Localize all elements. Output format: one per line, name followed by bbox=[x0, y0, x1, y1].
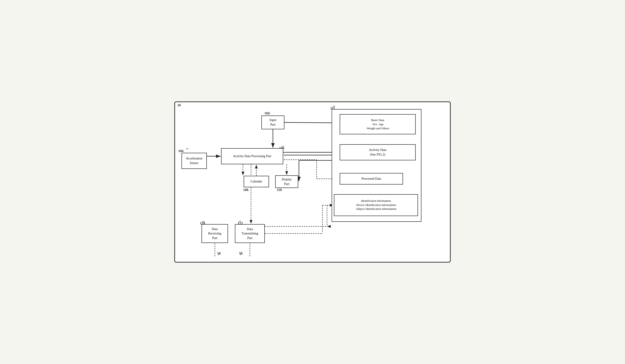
ref-14: 14 bbox=[217, 251, 221, 255]
label-display-part: DisplayPart bbox=[282, 177, 292, 186]
ref-110: 110 bbox=[277, 188, 282, 192]
label-processed-data: Processed Data bbox=[362, 176, 381, 181]
diagram-container: 10 AccelerationSensor Activity Data Proc… bbox=[174, 102, 451, 263]
box-calendar: Calendar bbox=[244, 176, 269, 187]
box-activity-data: Activity Data(See FIG.2) bbox=[340, 144, 416, 160]
box-input-part: InputPart bbox=[261, 115, 284, 129]
ref-10: 10 bbox=[177, 103, 181, 107]
box-display-part: DisplayPart bbox=[275, 175, 298, 188]
label-data-receiving: DataReceivingPart bbox=[208, 227, 221, 240]
box-activity-data-processing: Activity Data Processing Part bbox=[221, 148, 283, 164]
svg-line-4 bbox=[284, 122, 339, 123]
label-activity-data: Activity Data(See FIG.2) bbox=[369, 148, 386, 157]
label-data-transmitting: DataTransmittingPart bbox=[242, 227, 258, 240]
label-calendar: Calendar bbox=[250, 179, 262, 184]
box-basic-data: Basic Data·Sex ·Age·Weight and Others bbox=[340, 114, 416, 134]
box-acceleration-sensor: AccelerationSensor bbox=[182, 153, 207, 169]
label-activity-data-processing: Activity Data Processing Part bbox=[233, 154, 271, 159]
label-acceleration-sensor: AccelerationSensor bbox=[186, 156, 202, 165]
ref-108: 108 bbox=[243, 188, 249, 192]
ref-102: 102 bbox=[264, 111, 270, 115]
box-data-receiving: DataReceivingPart bbox=[201, 224, 228, 243]
box-data-transmitting: DataTransmittingPart bbox=[235, 224, 265, 243]
ref-16: 16 bbox=[239, 251, 243, 255]
box-processed-data: Processed Data bbox=[340, 173, 403, 185]
box-identification-info: Identification Information·Device Identi… bbox=[334, 194, 418, 216]
ref-104: 104 bbox=[178, 149, 184, 153]
label-input-part: InputPart bbox=[269, 118, 276, 127]
label-basic-data: Basic Data·Sex ·Age·Weight and Others bbox=[366, 118, 389, 131]
label-identification-info: Identification Information·Device Identi… bbox=[356, 199, 396, 211]
